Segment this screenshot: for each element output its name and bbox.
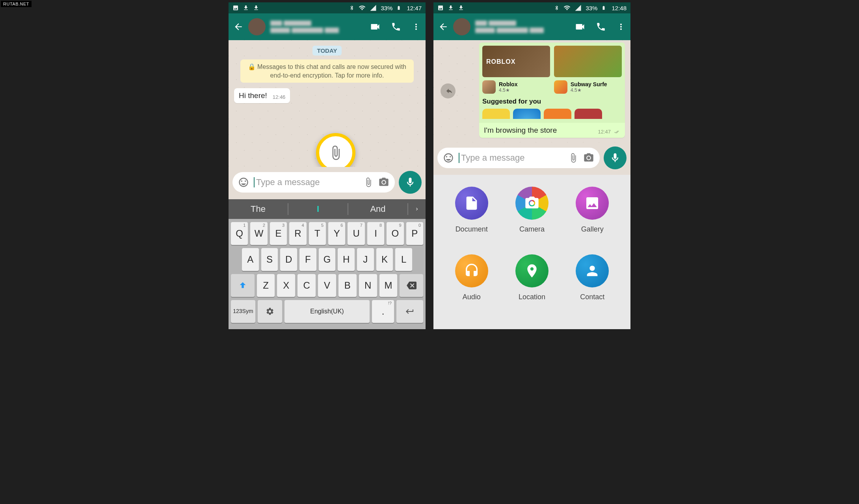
mic-button[interactable]	[604, 146, 627, 169]
video-call-icon[interactable]	[575, 21, 586, 32]
contact-name[interactable]	[270, 20, 365, 33]
chat-area[interactable]: Roblox 4.5★ Subway Surfe 4.5★ Su	[433, 40, 630, 143]
more-icon[interactable]	[616, 22, 626, 32]
key-i[interactable]: I8	[367, 222, 384, 245]
avatar[interactable]	[248, 18, 266, 35]
app-icon	[554, 80, 567, 94]
message-input[interactable]: Type a message	[437, 148, 600, 168]
settings-key[interactable]	[258, 300, 282, 323]
shift-key[interactable]	[231, 274, 255, 297]
key-n[interactable]: N	[359, 274, 377, 297]
attach-icon[interactable]	[363, 177, 374, 187]
sym-key[interactable]: 123Sym	[231, 300, 255, 323]
key-t[interactable]: T5	[309, 222, 326, 245]
emoji-icon[interactable]	[443, 152, 454, 163]
forward-button[interactable]	[441, 83, 456, 98]
key-k[interactable]: K	[376, 248, 393, 271]
attach-camera[interactable]: Camera	[515, 187, 548, 250]
key-j[interactable]: J	[357, 248, 374, 271]
enter-key[interactable]	[396, 300, 423, 323]
key-b[interactable]: B	[338, 274, 357, 297]
key-q[interactable]: Q1	[231, 222, 248, 245]
camera-icon[interactable]	[378, 177, 389, 188]
incoming-message[interactable]: Hi there! 12:46	[234, 88, 290, 103]
camera-icon	[524, 195, 540, 211]
mic-button[interactable]	[399, 171, 422, 194]
attach-audio[interactable]: Audio	[455, 254, 488, 317]
key-p[interactable]: P0	[406, 222, 423, 245]
message-input-row: Type a message	[433, 143, 630, 175]
app-name: Subway Surfe	[571, 81, 607, 87]
encryption-notice[interactable]: 🔒Messages to this chat and calls are now…	[240, 59, 414, 83]
key-x[interactable]: X	[277, 274, 295, 297]
app-rating: 4.5★	[571, 87, 607, 93]
key-r[interactable]: R4	[289, 222, 306, 245]
key-a[interactable]: A	[242, 248, 259, 271]
key-m[interactable]: M	[379, 274, 398, 297]
input-placeholder: Type a message	[459, 153, 563, 163]
key-d[interactable]: D	[280, 248, 297, 271]
chat-header	[433, 13, 630, 40]
attach-document[interactable]: Document	[455, 187, 488, 250]
date-chip: TODAY	[312, 46, 342, 56]
suggestion-more[interactable]	[408, 204, 426, 214]
suggested-thumb	[575, 109, 602, 119]
outgoing-message[interactable]: Roblox 4.5★ Subway Surfe 4.5★ Su	[479, 43, 625, 138]
paperclip-icon	[328, 145, 344, 161]
attach-location[interactable]: Location	[515, 254, 548, 317]
period-key[interactable]: .!?	[372, 300, 394, 323]
back-icon[interactable]	[438, 22, 448, 32]
key-z[interactable]: Z	[257, 274, 275, 297]
key-w[interactable]: W2	[250, 222, 267, 245]
attach-icon[interactable]	[568, 153, 578, 163]
phone-right: 33% 12:48	[433, 2, 630, 329]
key-o[interactable]: O9	[387, 222, 403, 245]
message-text: I'm browsing the store	[484, 126, 557, 135]
contact-name[interactable]	[475, 20, 570, 33]
suggested-thumb	[482, 109, 510, 119]
space-key[interactable]: English(UK)	[284, 300, 370, 323]
key-e[interactable]: E3	[270, 222, 287, 245]
more-icon[interactable]	[411, 22, 421, 32]
preview-thumb	[482, 46, 550, 77]
back-icon[interactable]	[233, 22, 244, 32]
gallery-icon	[584, 195, 600, 211]
app-rating: 4.5★	[499, 87, 517, 93]
wifi-icon	[359, 4, 366, 11]
key-u[interactable]: U7	[348, 222, 364, 245]
phone-icon[interactable]	[391, 22, 401, 32]
attach-gallery[interactable]: Gallery	[576, 187, 609, 250]
video-call-icon[interactable]	[370, 21, 381, 32]
download-icon	[458, 5, 464, 11]
key-y[interactable]: Y6	[328, 222, 345, 245]
attach-contact[interactable]: Contact	[576, 254, 609, 317]
avatar[interactable]	[453, 18, 470, 35]
battery-icon	[396, 4, 401, 11]
battery-percent: 33%	[586, 5, 597, 11]
link-preview[interactable]: Roblox 4.5★ Subway Surfe 4.5★ Su	[479, 43, 625, 123]
clock-time: 12:48	[612, 5, 627, 11]
key-g[interactable]: G	[319, 248, 336, 271]
watermark: RUTAB.NET	[1, 1, 32, 7]
emoji-icon[interactable]	[238, 177, 249, 188]
key-f[interactable]: F	[299, 248, 316, 271]
suggestion[interactable]: The	[229, 204, 288, 214]
key-c[interactable]: C	[297, 274, 316, 297]
phone-icon[interactable]	[596, 22, 606, 32]
key-l[interactable]: L	[395, 248, 412, 271]
camera-icon[interactable]	[583, 152, 594, 163]
image-icon	[437, 5, 444, 11]
suggestion[interactable]: And	[348, 204, 407, 214]
key-s[interactable]: S	[261, 248, 278, 271]
key-h[interactable]: H	[338, 248, 355, 271]
message-text: Hi there!	[239, 91, 267, 100]
backspace-key[interactable]	[400, 274, 423, 297]
clock-time: 12:47	[407, 5, 422, 11]
key-v[interactable]: V	[318, 274, 336, 297]
suggestion[interactable]: I	[288, 204, 348, 214]
message-input[interactable]: Type a message	[232, 172, 395, 193]
mic-icon	[610, 152, 621, 163]
app-name: Roblox	[499, 81, 517, 87]
image-icon	[232, 5, 239, 11]
chat-area[interactable]: TODAY 🔒Messages to this chat and calls a…	[229, 40, 426, 167]
